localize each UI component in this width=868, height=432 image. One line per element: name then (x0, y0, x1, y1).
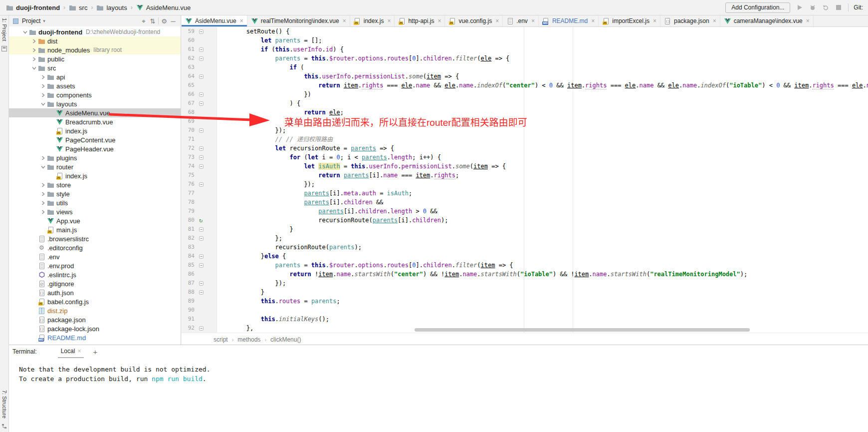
close-tab-icon[interactable]: × (387, 17, 391, 24)
close-tab-icon[interactable]: × (240, 17, 243, 24)
tree-item-babel-config-js[interactable]: JSbabel.config.js (9, 297, 181, 306)
new-terminal-session-button[interactable]: + (93, 348, 97, 356)
project-view-selector[interactable]: Project ▾ (12, 17, 45, 24)
tree-item-gitignore[interactable]: ⊘.gitignore (9, 279, 181, 288)
fold-marker[interactable] (196, 29, 217, 34)
tree-item-app-vue[interactable]: App.vue (9, 216, 181, 225)
close-tab-icon[interactable]: × (806, 17, 810, 24)
tree-item-editorconfig[interactable]: ⚙.editorconfig (9, 243, 181, 252)
fold-marker[interactable] (196, 236, 217, 241)
chevron-down-icon[interactable] (30, 66, 38, 70)
horizontal-scrollbar[interactable] (415, 328, 750, 332)
fold-marker[interactable] (196, 146, 217, 151)
tree-item-env-prod[interactable]: .env.prod (9, 261, 181, 270)
tree-item-asidemenu-vue[interactable]: AsideMenu.vue (9, 108, 181, 117)
fold-marker[interactable] (196, 326, 217, 331)
stripe-project-button[interactable]: 1: Project (1, 18, 7, 41)
chevron-right-icon[interactable] (39, 210, 47, 214)
tree-item-pageheader-vue[interactable]: PageHeader.vue (9, 144, 181, 153)
tree-item-package-json[interactable]: {}package.json (9, 315, 181, 324)
chevron-down-icon[interactable] (39, 102, 47, 106)
tree-item-plugins[interactable]: plugins (9, 153, 181, 162)
editor-tab-package-json[interactable]: {}package.json× (660, 15, 720, 26)
fold-marker[interactable] (196, 74, 217, 79)
editor-breadcrumb-script[interactable]: script (213, 336, 229, 343)
close-tab-icon[interactable]: × (531, 17, 535, 24)
chevron-right-icon[interactable] (30, 39, 38, 43)
tree-item-dist[interactable]: dist (9, 36, 181, 45)
tree-item-node-modules[interactable]: node_moduleslibrary root (9, 45, 181, 54)
editor-breadcrumb-clickmenu[interactable]: clickMenu() (269, 336, 302, 343)
hide-panel-button[interactable]: ─ (169, 16, 178, 25)
tree-item-readme-md[interactable]: MDREADME.md (9, 333, 181, 342)
project-tree[interactable]: duoji-frontendD:\zheheWeb\duoji-frontend… (9, 26, 181, 345)
collapse-all-button[interactable]: ⇅ (148, 16, 157, 25)
chevron-right-icon[interactable] (39, 192, 47, 196)
close-tab-icon[interactable]: × (495, 17, 499, 24)
tree-item-utils[interactable]: utils (9, 198, 181, 207)
locate-file-button[interactable]: ⌖ (139, 16, 148, 25)
close-tab-icon[interactable]: × (343, 17, 346, 24)
tree-item-api[interactable]: api (9, 72, 181, 81)
panel-settings-button[interactable]: ⚙ (160, 16, 169, 25)
fold-marker[interactable] (196, 128, 217, 133)
chevron-right-icon[interactable] (39, 156, 47, 160)
tree-item-layouts[interactable]: layouts (9, 99, 181, 108)
chevron-right-icon[interactable] (30, 57, 38, 61)
code-editor[interactable]: 59 setRoute() {60 let parents = [];61 if… (182, 27, 868, 333)
close-terminal-tab-icon[interactable]: × (77, 348, 81, 355)
tree-item-src[interactable]: src (9, 63, 181, 72)
fold-marker[interactable] (196, 56, 217, 61)
tree-item-auth-json[interactable]: {}auth.json (9, 288, 181, 297)
tree-item-router[interactable]: router (9, 162, 181, 171)
stop-button[interactable] (834, 3, 843, 12)
tree-item-index-js[interactable]: JSindex.js (9, 126, 181, 135)
tree-item-package-lock-json[interactable]: {}package-lock.json (9, 324, 181, 333)
fold-marker[interactable] (196, 92, 217, 97)
terminal-tab-local[interactable]: Local × (58, 345, 84, 358)
git-label[interactable]: Git: (854, 4, 864, 11)
editor-tab-realtimemonitoring-index-vue[interactable]: realTimeMonitoring\index.vue× (247, 15, 350, 26)
tree-item-index-js[interactable]: JSindex.js (9, 171, 181, 180)
tree-item-views[interactable]: views (9, 207, 181, 216)
tree-item-eslintrc-js[interactable]: .eslintrc.js (9, 270, 181, 279)
editor-tab-asidemenu-vue[interactable]: AsideMenu.vue× (182, 15, 247, 26)
fold-marker[interactable] (196, 47, 217, 52)
chevron-right-icon[interactable] (39, 183, 47, 187)
tree-item-pagecontent-vue[interactable]: PageContent.vue (9, 135, 181, 144)
tree-item-components[interactable]: components (9, 90, 181, 99)
breadcrumb-item-src[interactable]: src (68, 4, 88, 11)
tree-item-env[interactable]: .env (9, 252, 181, 261)
fold-marker[interactable] (196, 155, 217, 160)
chevron-down-icon[interactable] (21, 30, 29, 34)
editor-tab-vue-config-js[interactable]: JSvue.config.js× (445, 15, 503, 26)
fold-marker[interactable] (196, 263, 217, 268)
breadcrumb-item-layouts[interactable]: layouts (95, 4, 128, 11)
tree-item-style[interactable]: style (9, 189, 181, 198)
editor-tab-importexcel-js[interactable]: JSimportExcel.js× (599, 15, 660, 26)
tree-item-breadcrumb-vue[interactable]: Breadcrumb.vue (9, 117, 181, 126)
terminal-output[interactable]: Note that the development build is not o… (9, 358, 868, 384)
tree-item-duoji-frontend[interactable]: duoji-frontendD:\zheheWeb\duoji-frontend (9, 27, 181, 36)
fold-marker[interactable] (196, 254, 217, 259)
fold-marker[interactable] (196, 290, 217, 295)
structure-icon[interactable] (0, 423, 8, 430)
editor-tab-index-js[interactable]: JSindex.js× (350, 15, 395, 26)
close-tab-icon[interactable]: × (437, 17, 441, 24)
tree-item-browserslistrc[interactable]: .browserslistrc (9, 234, 181, 243)
editor-tab-env[interactable]: .env× (503, 15, 539, 26)
chevron-down-icon[interactable] (39, 165, 47, 169)
editor-breadcrumb-methods[interactable]: methods (236, 336, 261, 343)
editor-tab-readme-md[interactable]: MDREADME.md× (539, 15, 599, 26)
tree-item-store[interactable]: store (9, 180, 181, 189)
chevron-right-icon[interactable] (30, 48, 38, 52)
fold-marker[interactable] (196, 101, 217, 106)
close-tab-icon[interactable]: × (591, 17, 595, 24)
add-configuration-button[interactable]: Add Configuration... (725, 2, 790, 13)
stripe-structure-button[interactable]: 7: Structure (1, 390, 7, 419)
tree-item-assets[interactable]: assets (9, 81, 181, 90)
chevron-right-icon[interactable] (39, 84, 47, 88)
bookmark-icon[interactable] (0, 45, 8, 52)
breadcrumb-item-duoji-frontend[interactable]: duoji-frontend (5, 4, 61, 11)
fold-marker[interactable] (196, 281, 217, 286)
